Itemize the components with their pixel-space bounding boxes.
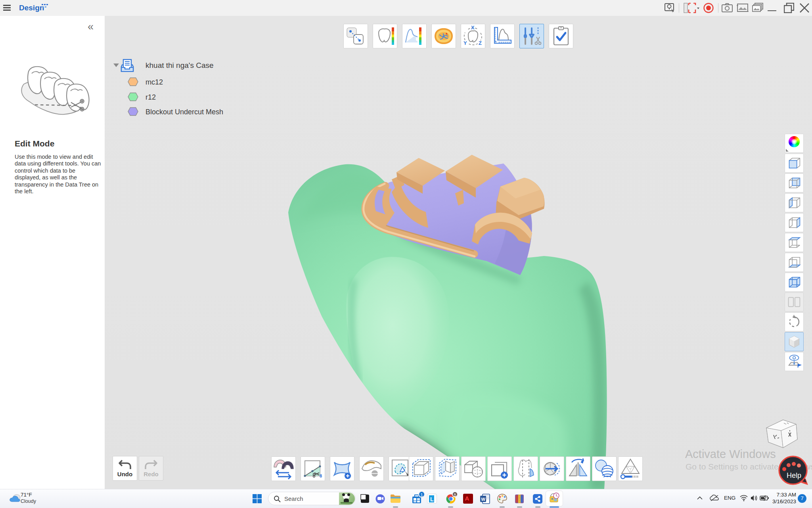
svg-text:8: 8 xyxy=(320,473,322,478)
svg-text:Y: Y xyxy=(463,40,467,46)
svg-text:Z: Z xyxy=(479,40,482,46)
svg-text:X: X xyxy=(471,25,475,31)
svg-text:W: W xyxy=(481,497,486,502)
svg-text:Help: Help xyxy=(787,471,801,479)
